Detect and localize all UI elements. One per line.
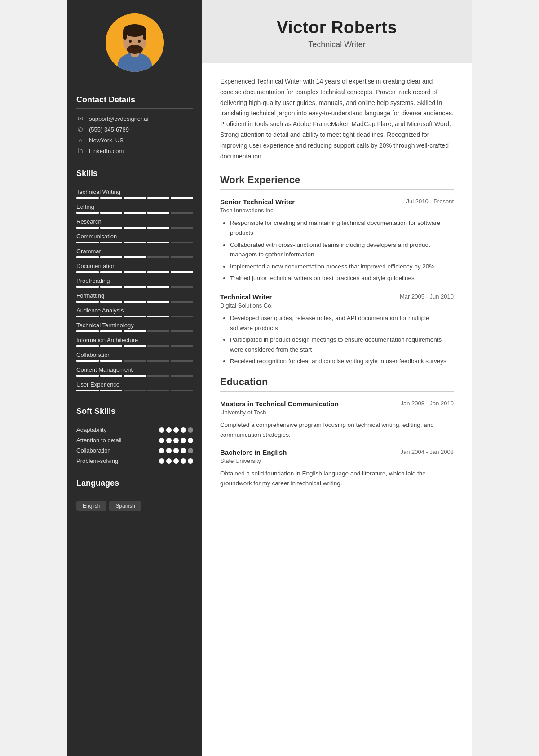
bar-empty — [171, 316, 193, 317]
dot-filled — [166, 438, 172, 443]
education-section: Education Masters in Technical Communica… — [220, 376, 454, 488]
bar-empty — [171, 212, 193, 214]
bar-filled — [124, 375, 146, 377]
job-bullet: Responsible for creating and maintaining… — [230, 218, 454, 237]
email-icon: ✉ — [76, 115, 84, 122]
bar-empty — [147, 375, 170, 377]
dot-filled — [159, 438, 164, 443]
bar-filled — [100, 286, 123, 288]
education-institution: State University — [220, 457, 454, 464]
soft-skill-dots — [159, 458, 193, 464]
bar-filled — [76, 242, 99, 243]
skill-name: Documentation — [76, 263, 193, 269]
soft-skills-list: AdaptabilityAttention to detailCollabora… — [76, 426, 193, 464]
education-institution: University of Tech — [220, 409, 454, 416]
skill-bar — [76, 316, 193, 317]
bar-filled — [147, 242, 170, 243]
bar-filled — [100, 330, 123, 332]
dot-filled — [181, 427, 186, 433]
skill-item: Proofreading — [76, 277, 193, 288]
job-date: Mar 2005 - Jun 2010 — [400, 293, 454, 300]
skill-item: Communication — [76, 233, 193, 243]
work-divider — [220, 189, 454, 190]
skill-name: Grammar — [76, 248, 193, 255]
bar-filled — [100, 301, 123, 303]
language-tag: Spanish — [109, 501, 141, 511]
avatar-container — [76, 13, 193, 72]
job-bullet: Participated in product design meetings … — [230, 335, 454, 354]
skill-item: Documentation — [76, 263, 193, 273]
skill-name: Editing — [76, 203, 193, 210]
bar-filled — [147, 286, 170, 288]
education-entry: Masters in Technical CommunicationJan 20… — [220, 400, 454, 440]
skills-divider — [76, 182, 193, 182]
dot-filled — [181, 438, 186, 443]
languages-divider — [76, 492, 193, 492]
skill-name: Proofreading — [76, 277, 193, 284]
language-tag: English — [76, 501, 106, 511]
bar-filled — [76, 212, 99, 214]
skill-name: Content Management — [76, 366, 193, 373]
job-bullet: Collaborated with cross-functional teams… — [230, 240, 454, 259]
bar-filled — [124, 197, 146, 199]
bar-filled — [147, 316, 170, 317]
svg-rect-6 — [143, 31, 146, 40]
skill-item: Research — [76, 218, 193, 229]
bar-empty — [171, 256, 193, 258]
bar-empty — [124, 390, 146, 391]
work-experience-title: Work Experience — [220, 174, 454, 186]
job-bullet: Received recognition for clear and conci… — [230, 356, 454, 366]
sidebar: Contact Details ✉ support@cvdesigner.ai … — [67, 0, 202, 756]
bar-empty — [171, 301, 193, 303]
bar-filled — [100, 242, 123, 243]
education-title: Education — [220, 376, 454, 388]
skill-item: Collaboration — [76, 352, 193, 362]
contact-divider — [76, 108, 193, 109]
bar-filled — [76, 375, 99, 377]
dot-filled — [166, 427, 172, 433]
skill-bar — [76, 197, 193, 199]
bar-filled — [100, 345, 123, 347]
education-degree: Masters in Technical Communication — [220, 400, 339, 408]
dot-empty — [188, 448, 193, 453]
linkedin-icon: in — [76, 147, 84, 154]
bar-filled — [100, 212, 123, 214]
education-list: Masters in Technical CommunicationJan 20… — [220, 400, 454, 488]
skill-name: User Experience — [76, 381, 193, 388]
location-icon: ⌂ — [76, 136, 84, 144]
skill-name: Collaboration — [76, 352, 193, 358]
skill-bar — [76, 212, 193, 214]
svg-point-8 — [129, 40, 132, 43]
bar-filled — [147, 227, 170, 229]
bar-filled — [100, 197, 123, 199]
skill-name: Research — [76, 218, 193, 225]
skill-bar — [76, 256, 193, 258]
bar-filled — [124, 271, 146, 273]
dot-filled — [173, 458, 179, 464]
skill-bar — [76, 242, 193, 243]
bar-filled — [76, 256, 99, 258]
soft-skill-dots — [159, 438, 193, 443]
summary-text: Experienced Technical Writer with 14 yea… — [220, 76, 454, 162]
skill-item: Content Management — [76, 366, 193, 377]
job-bullets: Developed user guides, release notes, an… — [220, 313, 454, 366]
bar-filled — [100, 227, 123, 229]
job-bullet: Developed user guides, release notes, an… — [230, 313, 454, 333]
job-header: Senior Technical WriterJul 2010 - Presen… — [220, 198, 454, 206]
avatar — [106, 13, 164, 72]
svg-rect-5 — [123, 31, 127, 40]
skill-item: Editing — [76, 203, 193, 214]
skill-item: Information Architecture — [76, 337, 193, 347]
main-body: Experienced Technical Writer with 14 yea… — [202, 63, 472, 510]
education-header: Bachelors in EnglishJan 2004 - Jan 2008 — [220, 448, 454, 456]
dot-filled — [173, 448, 179, 453]
skill-bar — [76, 330, 193, 332]
skill-bar — [76, 360, 193, 362]
dot-filled — [159, 448, 164, 453]
job-bullet: Trained junior technical writers on best… — [230, 273, 454, 283]
svg-point-9 — [138, 40, 141, 43]
dot-filled — [159, 458, 164, 464]
bar-filled — [171, 197, 193, 199]
job-entry: Senior Technical WriterJul 2010 - Presen… — [220, 198, 454, 283]
bar-empty — [147, 345, 170, 347]
